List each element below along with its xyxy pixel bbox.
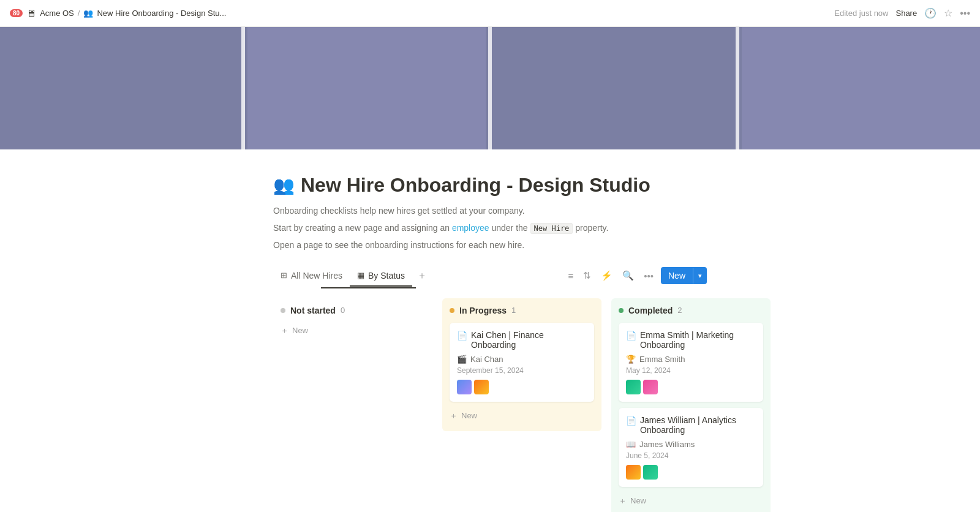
completed-label: Completed: [628, 306, 673, 315]
card-avatars-kai: [457, 380, 587, 394]
card-title-emma: Emma Smith | Marketing Onboarding: [640, 330, 756, 350]
new-button[interactable]: New ▾: [661, 267, 707, 284]
share-button[interactable]: Share: [895, 9, 917, 18]
search-icon[interactable]: 🔍: [620, 268, 636, 284]
add-not-started-label: New: [292, 326, 308, 335]
in-progress-label: In Progress: [459, 306, 507, 315]
more-icon[interactable]: •••: [641, 268, 656, 284]
card-person-row-james: 📖 James Williams: [626, 440, 756, 449]
column-completed: Completed 2 📄 Emma Smith | Marketing Onb…: [611, 298, 771, 512]
new-button-dropdown-arrow[interactable]: ▾: [693, 268, 707, 284]
person-icon-james: 📖: [626, 440, 636, 449]
add-view-button[interactable]: ＋: [412, 265, 432, 287]
plus-icon-in-progress: ＋: [450, 410, 458, 421]
card-person-emma: Emma Smith: [639, 355, 685, 364]
card-person-james: James Williams: [639, 440, 695, 449]
tab-all-new-hires[interactable]: ⊞ All New Hires: [273, 266, 350, 287]
add-completed-label: New: [630, 496, 646, 505]
cover-divider-2: [488, 27, 492, 149]
card-james-william[interactable]: 📄 James William | Analytics Onboarding 📖…: [619, 408, 763, 487]
in-progress-count: 1: [511, 306, 516, 315]
completed-count: 2: [677, 306, 682, 315]
cover-image: [0, 27, 980, 149]
more-options-icon[interactable]: •••: [960, 8, 970, 19]
edited-status: Edited just now: [834, 9, 888, 18]
clock-icon[interactable]: 🕐: [924, 7, 937, 19]
page-note: Open a page to see the onboarding instru…: [273, 240, 707, 250]
col-header-in-progress: In Progress 1: [450, 306, 594, 315]
card-emma-smith[interactable]: 📄 Emma Smith | Marketing Onboarding 🏆 Em…: [619, 323, 763, 402]
plus-icon: ＋: [281, 325, 288, 336]
page-desc-2: Start by creating a new page and assigni…: [273, 221, 707, 235]
not-started-label: Not started: [290, 306, 336, 315]
avatar-emma-1: [626, 380, 641, 394]
desc2-pre: Start by creating a new page and assigni…: [273, 223, 452, 233]
completed-dot: [619, 308, 624, 313]
topbar-right: Edited just now Share 🕐 ☆ •••: [834, 7, 970, 19]
doc-icon-james: 📄: [626, 416, 636, 426]
breadcrumb-page-title[interactable]: New Hire Onboarding - Design Stu...: [97, 9, 226, 18]
new-hire-code: New Hire: [530, 223, 573, 234]
app-icon: 🖥: [26, 8, 36, 19]
cover-divider-1: [241, 27, 245, 149]
filter-icon[interactable]: ≡: [565, 268, 576, 284]
cover-segment-2: [247, 27, 486, 149]
plus-icon-completed: ＋: [619, 495, 627, 506]
column-not-started: Not started 0 ＋ New: [273, 298, 432, 346]
doc-icon-emma: 📄: [626, 331, 636, 341]
notification-badge[interactable]: 80: [10, 9, 23, 17]
card-title-row-james: 📄 James William | Analytics Onboarding: [626, 415, 756, 435]
card-kai-chen[interactable]: 📄 Kai Chen | Finance Onboarding 🎬 Kai Ch…: [450, 323, 594, 402]
card-title-row-emma: 📄 Emma Smith | Marketing Onboarding: [626, 330, 756, 350]
page-title-row: 👥 New Hire Onboarding - Design Studio: [273, 174, 707, 197]
add-completed-button[interactable]: ＋ New: [619, 493, 763, 509]
add-not-started-button[interactable]: ＋ New: [281, 323, 425, 339]
avatar-kai-2: [474, 380, 489, 394]
avatar-kai-1: [457, 380, 472, 394]
page-title: New Hire Onboarding - Design Studio: [301, 174, 650, 197]
add-in-progress-label: New: [461, 411, 477, 420]
card-title-james: James William | Analytics Onboarding: [640, 415, 756, 435]
star-icon[interactable]: ☆: [944, 7, 952, 19]
page-icon: 👥: [273, 175, 295, 195]
tabs-row: ⊞ All New Hires ▦ By Status ＋: [273, 265, 565, 287]
breadcrumb-separator: /: [78, 9, 80, 18]
employee-link[interactable]: employee: [452, 223, 489, 233]
column-in-progress: In Progress 1 📄 Kai Chen | Finance Onboa…: [442, 298, 601, 431]
doc-icon-kai: 📄: [457, 331, 467, 341]
cover-divider-3: [736, 27, 739, 149]
card-avatars-james: [626, 465, 756, 480]
card-title-row-kai: 📄 Kai Chen | Finance Onboarding: [457, 330, 587, 350]
card-date-james: June 5, 2024: [626, 451, 756, 460]
in-progress-dot: [450, 308, 454, 313]
toolbar-right: ≡ ⇅ ⚡ 🔍 ••• New ▾: [565, 267, 707, 284]
page-content: 👥 New Hire Onboarding - Design Studio On…: [214, 149, 766, 512]
card-date-emma: May 12, 2024: [626, 366, 756, 375]
person-icon-kai: 🎬: [457, 355, 467, 364]
avatar-james-1: [626, 465, 641, 480]
desc2-mid: under the: [491, 223, 530, 233]
not-started-count: 0: [341, 306, 345, 315]
new-button-label: New: [661, 267, 693, 284]
card-title-kai: Kai Chen | Finance Onboarding: [471, 330, 587, 350]
board-icon: ▦: [357, 271, 364, 280]
page-desc-1: Onboarding checklists help new hires get…: [273, 204, 707, 217]
cover-segment-3: [494, 27, 733, 149]
not-started-dot: [281, 308, 285, 313]
tab-all-new-hires-label: All New Hires: [291, 271, 342, 280]
card-date-kai: September 15, 2024: [457, 366, 587, 375]
sort-icon[interactable]: ⇅: [581, 268, 594, 284]
lightning-icon[interactable]: ⚡: [598, 268, 615, 284]
card-person-kai: Kai Chan: [470, 355, 503, 364]
cover-segment-4: [742, 27, 981, 149]
card-person-row-emma: 🏆 Emma Smith: [626, 355, 756, 364]
col-header-completed: Completed 2: [619, 306, 763, 315]
avatar-james-2: [643, 465, 658, 480]
add-in-progress-button[interactable]: ＋ New: [450, 408, 594, 424]
person-icon-emma: 🏆: [626, 355, 636, 364]
cover-segment-1: [0, 27, 239, 149]
topbar-left: 80 🖥 Acme OS / 👥 New Hire Onboarding - D…: [10, 8, 226, 19]
tab-by-status[interactable]: ▦ By Status: [350, 266, 412, 287]
grid-icon: ⊞: [281, 271, 287, 280]
topbar: 80 🖥 Acme OS / 👥 New Hire Onboarding - D…: [0, 0, 980, 27]
